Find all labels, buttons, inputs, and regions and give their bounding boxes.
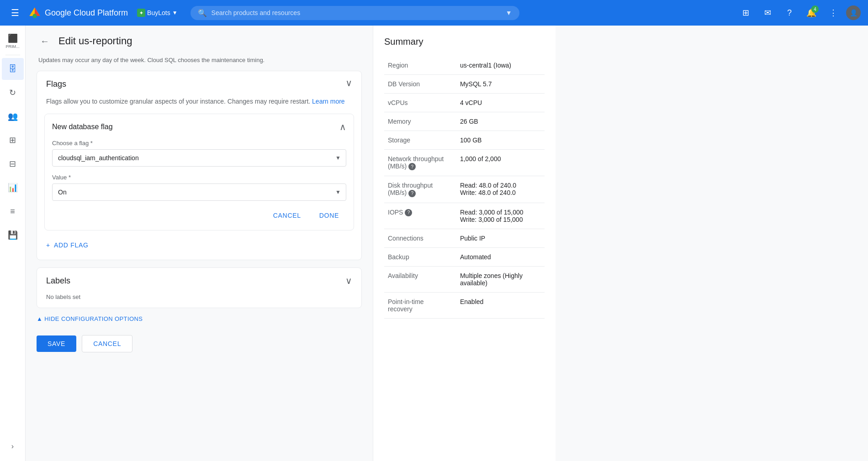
- sidebar-item-chart[interactable]: 📊: [2, 177, 24, 199]
- summary-row: Point-in-time recoveryEnabled: [384, 292, 545, 318]
- learn-more-link[interactable]: Learn more: [312, 98, 345, 105]
- svg-point-0: [32, 14, 37, 18]
- grid-icon: ⊞: [9, 135, 16, 145]
- labels-no-labels-text: No labels set: [37, 293, 361, 308]
- more-options-icon[interactable]: ⋮: [824, 4, 842, 22]
- page-title: Edit us-reporting: [58, 35, 132, 47]
- notifications-icon[interactable]: 🔔 4: [802, 4, 820, 22]
- project-icon: ✦: [137, 9, 145, 17]
- flags-section-header[interactable]: Flags ∧: [37, 71, 361, 97]
- flags-desc-text: Flags allow you to customize granular as…: [46, 98, 312, 105]
- flag-done-button[interactable]: DONE: [312, 208, 346, 223]
- list-icon: ≡: [10, 207, 15, 216]
- sidebar-item-activity[interactable]: ↻: [2, 82, 24, 104]
- summary-row: DB VersionMySQL 5.7: [384, 75, 545, 94]
- search-dropdown-icon: ▼: [506, 9, 512, 16]
- summary-row-key: Memory: [384, 112, 456, 131]
- support-icon[interactable]: ✉: [758, 4, 777, 22]
- apps-icon[interactable]: ⊞: [736, 4, 755, 22]
- summary-row-key: Region: [384, 56, 456, 75]
- storage-icon: 💾: [8, 230, 18, 240]
- summary-row-key: vCPUs: [384, 94, 456, 112]
- flags-section-description: Flags allow you to customize granular as…: [37, 97, 361, 114]
- flag-card-chevron-icon[interactable]: ∧: [339, 121, 346, 132]
- summary-row-key: Backup: [384, 247, 456, 266]
- summary-row: Disk throughput (MB/s)?Read: 48.0 of 240…: [384, 176, 545, 203]
- value-label: Value *: [52, 174, 346, 181]
- sidebar-item-list[interactable]: ≡: [2, 200, 24, 222]
- summary-row: vCPUs4 vCPU: [384, 94, 545, 112]
- new-flag-card: New database flag ∧ Choose a flag * clou…: [44, 114, 354, 230]
- summary-table: Regionus-central1 (Iowa)DB VersionMySQL …: [384, 56, 545, 319]
- summary-row-value: Read: 48.0 of 240.0Write: 48.0 of 240.0: [456, 176, 545, 203]
- user-avatar[interactable]: 👤: [846, 5, 861, 20]
- sidebar-item-primary[interactable]: ⬛ PRIM...: [2, 30, 24, 52]
- cancel-button[interactable]: CANCEL: [82, 335, 132, 352]
- help-icon[interactable]: ?: [405, 209, 412, 216]
- save-button[interactable]: SAVE: [37, 335, 76, 352]
- summary-row: AvailabilityMultiple zones (Highly avail…: [384, 266, 545, 292]
- page-header: ← Edit us-reporting: [37, 33, 362, 49]
- sidebar-item-people[interactable]: 👥: [2, 105, 24, 127]
- summary-row: Memory26 GB: [384, 112, 545, 131]
- summary-row-value: Multiple zones (Highly available): [456, 266, 545, 292]
- flags-chevron-icon: ∧: [345, 79, 352, 89]
- value-field: Value * On Off: [52, 174, 346, 201]
- flag-cancel-button[interactable]: CANCEL: [266, 208, 308, 223]
- flags-section-title: Flags: [46, 79, 66, 89]
- summary-panel: Summary Regionus-central1 (Iowa)DB Versi…: [373, 26, 556, 461]
- notification-badge: 4: [811, 5, 819, 13]
- choose-flag-select[interactable]: cloudsql_iam_authentication other_flag: [52, 149, 346, 167]
- add-flag-button[interactable]: + ADD FLAG: [46, 238, 89, 252]
- nav-right-actions: ⊞ ✉ ? 🔔 4 ⋮ 👤: [736, 4, 861, 22]
- page-area: ← Edit us-reporting Updates may occur an…: [26, 26, 373, 461]
- add-flag-section: + ADD FLAG: [37, 238, 361, 260]
- summary-row-value: us-central1 (Iowa): [456, 56, 545, 75]
- summary-row: Storage100 GB: [384, 131, 545, 150]
- value-select-wrapper: On Off: [52, 183, 346, 201]
- app-logo[interactable]: Google Cloud Platform: [28, 6, 128, 19]
- hide-configuration-button[interactable]: ▲ HIDE CONFIGURATION OPTIONS: [37, 315, 143, 322]
- summary-row-key: Disk throughput (MB/s)?: [384, 176, 456, 203]
- chart-icon: 📊: [8, 183, 18, 193]
- layers-icon: ⬛: [8, 33, 18, 43]
- summary-row-value: 100 GB: [456, 131, 545, 150]
- value-select[interactable]: On Off: [52, 183, 346, 201]
- database-icon: 🗄: [9, 64, 17, 74]
- summary-row-key: IOPS?: [384, 203, 456, 229]
- summary-row: Regionus-central1 (Iowa): [384, 56, 545, 75]
- summary-row: ConnectionsPublic IP: [384, 229, 545, 247]
- sidebar-item-grid[interactable]: ⊞: [2, 129, 24, 151]
- bottom-action-bar: SAVE CANCEL: [37, 328, 362, 360]
- sidebar-bottom: ›: [2, 435, 24, 457]
- summary-row-value: Public IP: [456, 229, 545, 247]
- sidebar-item-storage[interactable]: 💾: [2, 224, 24, 246]
- summary-row-value: 26 GB: [456, 112, 545, 131]
- project-name: BuyLots: [147, 9, 170, 16]
- flag-card-header: New database flag ∧: [52, 121, 346, 132]
- labels-section-header[interactable]: Labels ∨: [37, 268, 361, 293]
- sidebar-item-label: PRIM...: [5, 44, 19, 49]
- back-button[interactable]: ←: [37, 33, 53, 49]
- summary-row-key: Storage: [384, 131, 456, 150]
- help-icon[interactable]: ?: [408, 190, 416, 197]
- logo-text: Google Cloud Platform: [45, 8, 128, 18]
- new-flag-title: New database flag: [52, 123, 113, 131]
- summary-row-key: DB Version: [384, 75, 456, 94]
- sidebar-item-table[interactable]: ⊟: [2, 153, 24, 175]
- search-bar[interactable]: 🔍 ▼: [191, 6, 519, 20]
- hamburger-menu-icon[interactable]: ☰: [7, 4, 23, 22]
- summary-row-value: Enabled: [456, 292, 545, 318]
- search-input[interactable]: [212, 9, 501, 16]
- summary-row-value: Read: 3,000 of 15,000Write: 3,000 of 15,…: [456, 203, 545, 229]
- help-icon[interactable]: ?: [780, 4, 799, 22]
- project-selector[interactable]: ✦ BuyLots ▼: [137, 9, 177, 17]
- help-icon[interactable]: ?: [408, 163, 416, 170]
- people-icon: 👥: [8, 111, 18, 121]
- summary-row-key: Point-in-time recovery: [384, 292, 456, 318]
- sidebar-collapse-button[interactable]: ›: [2, 435, 24, 457]
- sidebar-item-database[interactable]: 🗄: [2, 58, 24, 80]
- choose-flag-label: Choose a flag *: [52, 140, 346, 147]
- hide-config-label: ▲ HIDE CONFIGURATION OPTIONS: [37, 315, 143, 322]
- sidebar-divider: [5, 55, 20, 55]
